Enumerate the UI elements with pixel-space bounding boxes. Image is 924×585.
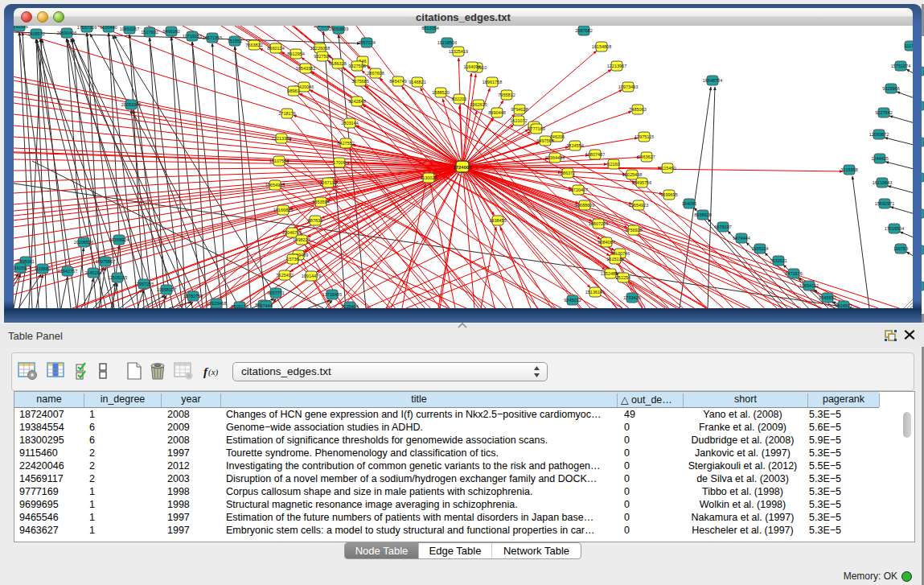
svg-text:7625402: 7625402 (276, 273, 293, 278)
svg-text:16543382: 16543382 (296, 66, 315, 71)
svg-text:8912954: 8912954 (287, 51, 304, 56)
svg-text:7857224: 7857224 (358, 40, 375, 45)
svg-text:16648784: 16648784 (703, 78, 722, 83)
svg-text:2718176: 2718176 (278, 111, 295, 116)
svg-text:8471676: 8471676 (785, 271, 802, 276)
svg-text:9327506: 9327506 (314, 54, 331, 59)
svg-text:17957255: 17957255 (134, 282, 154, 286)
svg-text:18107553: 18107553 (269, 159, 289, 163)
svg-text:9794028: 9794028 (511, 107, 528, 112)
svg-text:17016504: 17016504 (885, 226, 904, 231)
svg-text:20053346: 20053346 (121, 102, 141, 107)
svg-text:1130029: 1130029 (420, 175, 437, 180)
svg-text:9245652: 9245652 (819, 295, 836, 300)
svg-text:9100440: 9100440 (100, 26, 117, 30)
svg-text:1938455: 1938455 (489, 218, 506, 223)
svg-text:11325419: 11325419 (449, 49, 468, 54)
svg-text:15692971: 15692971 (875, 201, 894, 206)
svg-text:10653267: 10653267 (120, 27, 139, 31)
svg-text:16961758: 16961758 (483, 80, 502, 84)
svg-text:9327508: 9327508 (348, 64, 365, 68)
svg-text:9657771: 9657771 (267, 290, 284, 295)
svg-text:1615132: 1615132 (606, 257, 623, 262)
svg-text:832203: 832203 (452, 97, 466, 101)
svg-text:1588520: 1588520 (432, 90, 449, 95)
svg-text:20206516: 20206516 (74, 240, 93, 245)
svg-text:10046766: 10046766 (282, 230, 302, 235)
svg-text:6497568: 6497568 (536, 138, 553, 143)
svg-text:252254: 252254 (616, 275, 630, 280)
svg-text:2935114: 2935114 (751, 246, 768, 251)
svg-text:12213389: 12213389 (272, 136, 291, 141)
svg-text:10025438: 10025438 (622, 172, 642, 177)
svg-text:8938928: 8938928 (694, 212, 711, 217)
svg-text:16154808: 16154808 (592, 44, 611, 49)
svg-text:2867608: 2867608 (367, 71, 384, 76)
svg-text:2087682: 2087682 (575, 28, 592, 33)
svg-text:1353594: 1353594 (312, 200, 329, 204)
svg-text:1498222: 1498222 (293, 237, 310, 242)
svg-text:1591556: 1591556 (14, 26, 28, 29)
svg-text:16671355: 16671355 (203, 35, 222, 40)
svg-text:39159: 39159 (14, 266, 26, 270)
svg-text:9245012: 9245012 (564, 298, 581, 303)
svg-text:3824554: 3824554 (566, 143, 583, 148)
svg-text:11172: 11172 (905, 43, 913, 48)
svg-text:6679197: 6679197 (714, 225, 731, 229)
svg-text:1621072: 1621072 (510, 118, 527, 123)
svg-text:1362615: 1362615 (470, 102, 487, 107)
svg-text:9084067: 9084067 (598, 240, 614, 245)
svg-text:9699695: 9699695 (660, 192, 677, 197)
svg-text:12093872: 12093872 (869, 132, 889, 137)
svg-text:20364436: 20364436 (545, 155, 565, 160)
svg-text:9756928: 9756928 (625, 228, 642, 233)
svg-text:16914479: 16914479 (302, 274, 321, 278)
svg-text:15720407: 15720407 (569, 187, 588, 192)
svg-text:8990448: 8990448 (488, 110, 505, 115)
svg-text:886372: 886372 (561, 171, 575, 175)
svg-text:16210643: 16210643 (873, 180, 892, 185)
svg-text:12942757: 12942757 (58, 269, 77, 274)
svg-text:20691406: 20691406 (57, 31, 76, 35)
svg-text:1405572: 1405572 (27, 31, 44, 36)
svg-text:1145194: 1145194 (84, 270, 101, 275)
svg-text:15751074: 15751074 (891, 64, 910, 68)
svg-text:13716485: 13716485 (322, 292, 342, 297)
svg-text:9146821: 9146821 (409, 80, 425, 84)
svg-text:97444: 97444 (260, 303, 272, 308)
svg-text:98961: 98961 (287, 89, 299, 93)
svg-text:10719155: 10719155 (183, 34, 202, 39)
svg-text:12975115: 12975115 (634, 134, 654, 139)
svg-text:15736: 15736 (286, 257, 298, 262)
svg-text:9777169: 9777169 (528, 126, 544, 131)
svg-text:6466160: 6466160 (162, 29, 179, 34)
svg-text:18495756: 18495756 (632, 180, 651, 185)
svg-text:15136141: 15136141 (585, 290, 605, 295)
svg-text:3215958: 3215958 (840, 167, 857, 172)
svg-text:887833: 887833 (308, 218, 322, 223)
svg-text:12505135: 12505135 (108, 275, 127, 280)
svg-text:1733426: 1733426 (623, 295, 640, 300)
svg-text:10958107: 10958107 (157, 287, 176, 292)
svg-text:16053809: 16053809 (329, 27, 348, 31)
svg-text:(x): (x) (208, 367, 219, 377)
svg-text:18807209: 18807209 (589, 221, 608, 226)
svg-text:8186328: 8186328 (329, 61, 346, 66)
svg-text:19166825: 19166825 (273, 208, 293, 212)
svg-text:19218506: 19218506 (437, 40, 457, 45)
svg-text:9824502: 9824502 (835, 303, 852, 308)
svg-text:8813054: 8813054 (421, 26, 438, 31)
svg-text:15226058: 15226058 (310, 46, 330, 51)
svg-text:1244415: 1244415 (871, 156, 888, 161)
svg-text:1164094: 1164094 (463, 64, 480, 69)
svg-text:1115682: 1115682 (35, 266, 51, 271)
svg-text:9505176: 9505176 (231, 304, 248, 308)
svg-text:17557309: 17557309 (77, 26, 97, 30)
svg-text:8454749: 8454749 (389, 79, 406, 84)
svg-text:7632621: 7632621 (770, 258, 786, 263)
svg-text:7663822: 7663822 (245, 43, 262, 47)
svg-text:751552: 751552 (228, 39, 242, 43)
svg-text:7485063: 7485063 (629, 107, 646, 112)
svg-text:1527602: 1527602 (141, 30, 158, 35)
svg-text:8660124: 8660124 (267, 46, 284, 51)
